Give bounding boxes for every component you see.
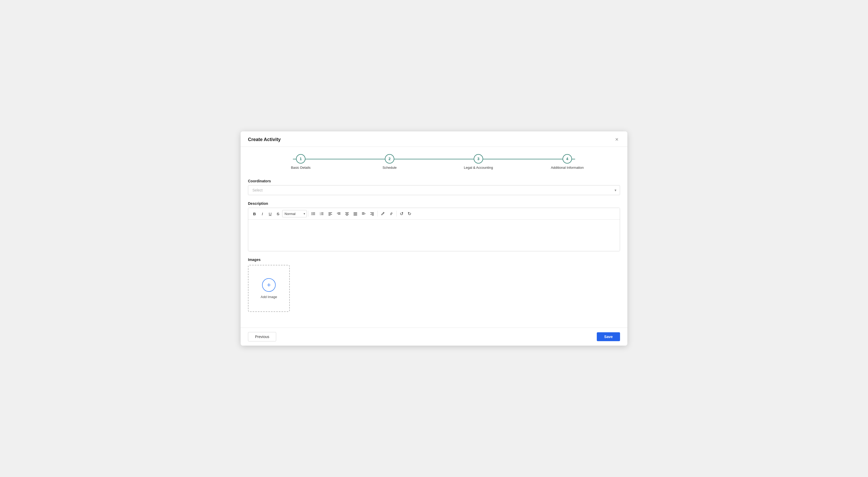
svg-rect-27 bbox=[353, 215, 357, 216]
svg-rect-33 bbox=[371, 214, 374, 214]
step-3: 3 Legal & Accounting bbox=[434, 154, 523, 169]
eraser-button[interactable] bbox=[387, 210, 395, 217]
modal-footer: Previous Save bbox=[241, 327, 627, 346]
ordered-list-button[interactable]: 1. 2. 3. bbox=[318, 210, 326, 217]
italic-button[interactable]: I bbox=[259, 210, 266, 217]
indent-increase-button[interactable] bbox=[360, 210, 368, 217]
toolbar-divider-3 bbox=[396, 211, 397, 217]
add-image-circle-icon: + bbox=[262, 278, 276, 292]
svg-marker-31 bbox=[365, 213, 366, 214]
edit-button[interactable] bbox=[379, 210, 387, 217]
step-2-label: Schedule bbox=[382, 166, 397, 169]
editor-toolbar: B I U S Normal Heading 1 Heading 2 Headi… bbox=[248, 208, 620, 220]
images-label: Images bbox=[248, 258, 620, 262]
step-3-circle: 3 bbox=[474, 154, 483, 163]
undo-button[interactable]: ↺ bbox=[398, 210, 405, 217]
stepper-steps: 1 Basic Details 2 Schedule 3 Legal & Acc… bbox=[256, 154, 612, 169]
svg-rect-30 bbox=[362, 214, 365, 215]
svg-point-0 bbox=[312, 212, 312, 213]
bold-button[interactable]: B bbox=[251, 210, 258, 217]
svg-rect-1 bbox=[313, 212, 315, 213]
svg-rect-29 bbox=[362, 214, 365, 214]
svg-rect-5 bbox=[313, 215, 315, 215]
add-image-button[interactable]: + Add Image bbox=[248, 265, 290, 312]
svg-rect-35 bbox=[372, 215, 374, 216]
svg-rect-18 bbox=[338, 214, 340, 215]
toolbar-divider-2 bbox=[377, 211, 378, 217]
unordered-list-button[interactable] bbox=[310, 210, 317, 217]
svg-rect-32 bbox=[370, 212, 374, 213]
step-4: 4 Additional Information bbox=[523, 154, 612, 169]
coordinators-select[interactable]: Select bbox=[248, 185, 620, 195]
step-1-label: Basic Details bbox=[291, 166, 310, 169]
save-button[interactable]: Save bbox=[597, 332, 620, 341]
svg-text:3.: 3. bbox=[320, 214, 321, 216]
step-4-circle: 4 bbox=[563, 154, 572, 163]
svg-marker-19 bbox=[337, 213, 338, 214]
step-4-label: Additional Information bbox=[551, 166, 584, 169]
svg-rect-22 bbox=[345, 214, 349, 215]
svg-rect-25 bbox=[353, 214, 357, 214]
align-left-button[interactable] bbox=[327, 210, 334, 217]
description-label: Description bbox=[248, 201, 620, 205]
svg-rect-7 bbox=[321, 212, 323, 213]
svg-rect-20 bbox=[345, 212, 349, 213]
align-center-button[interactable] bbox=[343, 210, 351, 217]
svg-rect-17 bbox=[338, 214, 340, 214]
align-justify-button[interactable] bbox=[351, 210, 359, 217]
description-section: Description B I U S Normal Heading 1 Hea… bbox=[248, 201, 620, 251]
modal-title: Create Activity bbox=[248, 137, 281, 142]
svg-rect-16 bbox=[338, 212, 340, 213]
modal-header: Create Activity × bbox=[241, 131, 627, 147]
svg-point-2 bbox=[312, 214, 312, 214]
step-3-label: Legal & Accounting bbox=[464, 166, 493, 169]
svg-rect-14 bbox=[329, 214, 332, 215]
add-image-label: Add Image bbox=[261, 295, 277, 299]
svg-rect-15 bbox=[329, 215, 331, 216]
svg-rect-34 bbox=[370, 214, 374, 215]
strikethrough-button[interactable]: S bbox=[274, 210, 282, 217]
images-section: Images + Add Image bbox=[248, 258, 620, 312]
step-2-circle: 2 bbox=[385, 154, 394, 163]
format-select-wrapper: Normal Heading 1 Heading 2 Heading 3 ▾ bbox=[282, 210, 307, 217]
modal-body: Coordinators Select ▾ Description B I U … bbox=[241, 174, 627, 327]
svg-point-4 bbox=[312, 215, 312, 215]
svg-rect-21 bbox=[346, 214, 348, 214]
coordinators-section: Coordinators Select ▾ bbox=[248, 179, 620, 195]
svg-rect-13 bbox=[329, 214, 331, 214]
svg-rect-12 bbox=[329, 212, 332, 213]
step-1-circle: 1 bbox=[296, 154, 305, 163]
svg-rect-24 bbox=[353, 212, 357, 213]
underline-button[interactable]: U bbox=[267, 210, 274, 217]
svg-rect-23 bbox=[346, 215, 348, 216]
svg-rect-3 bbox=[313, 214, 315, 214]
previous-button[interactable]: Previous bbox=[248, 332, 276, 342]
svg-rect-9 bbox=[321, 214, 323, 214]
align-right-button[interactable] bbox=[368, 210, 376, 217]
coordinators-label: Coordinators bbox=[248, 179, 620, 183]
coordinators-select-wrapper: Select ▾ bbox=[248, 185, 620, 195]
step-1: 1 Basic Details bbox=[256, 154, 345, 169]
indent-decrease-button[interactable] bbox=[335, 210, 343, 217]
stepper: 1 Basic Details 2 Schedule 3 Legal & Acc… bbox=[241, 147, 627, 174]
description-editor: B I U S Normal Heading 1 Heading 2 Headi… bbox=[248, 208, 620, 251]
redo-button[interactable]: ↻ bbox=[406, 210, 413, 217]
toolbar-divider-1 bbox=[308, 211, 308, 217]
svg-rect-11 bbox=[321, 215, 323, 215]
svg-line-36 bbox=[383, 213, 384, 214]
step-2: 2 Schedule bbox=[345, 154, 434, 169]
close-button[interactable]: × bbox=[614, 136, 620, 143]
svg-rect-28 bbox=[362, 212, 365, 213]
svg-rect-26 bbox=[353, 214, 357, 215]
create-activity-modal: Create Activity × 1 Basic Details 2 Sche… bbox=[241, 131, 627, 346]
description-input[interactable] bbox=[248, 220, 620, 251]
format-select[interactable]: Normal Heading 1 Heading 2 Heading 3 bbox=[282, 210, 307, 217]
